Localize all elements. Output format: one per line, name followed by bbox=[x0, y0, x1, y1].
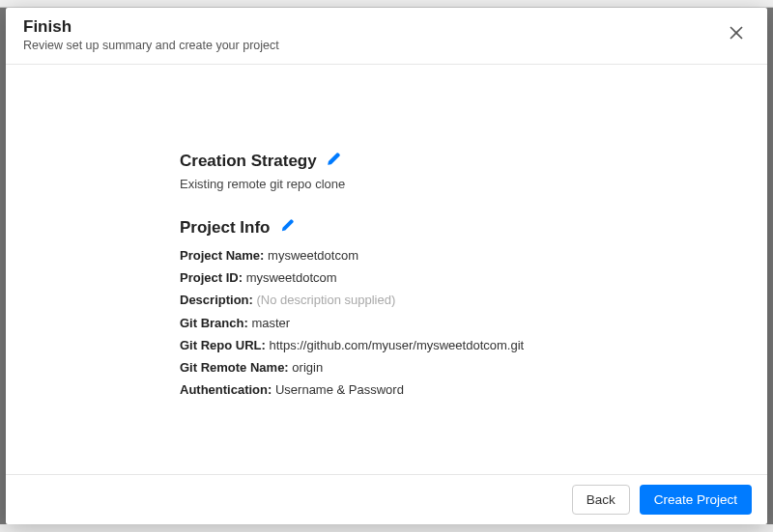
project-info-row: Authentication: Username & Password bbox=[180, 379, 729, 402]
project-info-value: mysweetdotcom bbox=[268, 248, 358, 263]
background-bottom-strip bbox=[0, 524, 773, 532]
create-project-button[interactable]: Create Project bbox=[640, 485, 752, 515]
project-info-value: https://github.com/myuser/mysweetdotcom.… bbox=[269, 338, 524, 352]
creation-strategy-heading-row: Creation Strategy bbox=[180, 152, 729, 171]
project-info-row: Project ID: mysweetdotcom bbox=[180, 267, 729, 290]
project-info-row: Project Name: mysweetdotcom bbox=[180, 245, 729, 267]
modal-header: Finish Review set up summary and create … bbox=[6, 8, 767, 65]
creation-strategy-heading: Creation Strategy bbox=[180, 152, 317, 171]
background-top-strip bbox=[0, 0, 773, 8]
creation-strategy-value: Existing remote git repo clone bbox=[180, 177, 729, 191]
project-info-row: Git Repo URL: https://github.com/myuser/… bbox=[180, 335, 729, 357]
project-info-label: Git Branch: bbox=[180, 316, 248, 330]
project-info-value: master bbox=[251, 316, 290, 330]
project-info-label: Project Name: bbox=[180, 248, 264, 263]
modal-body: Creation Strategy Existing remote git re… bbox=[6, 65, 767, 474]
project-info-label: Project ID: bbox=[180, 270, 243, 285]
finish-modal: Finish Review set up summary and create … bbox=[6, 8, 767, 524]
project-info-label: Description: bbox=[180, 293, 253, 307]
modal-footer: Back Create Project bbox=[6, 474, 767, 524]
project-info-value: mysweetdotcom bbox=[246, 270, 337, 285]
close-button[interactable] bbox=[723, 21, 750, 48]
pencil-icon bbox=[327, 152, 341, 171]
project-info-row: Description: (No description supplied) bbox=[180, 290, 729, 312]
modal-title: Finish bbox=[23, 17, 279, 37]
project-info-heading-row: Project Info bbox=[180, 218, 729, 238]
modal-subtitle: Review set up summary and create your pr… bbox=[23, 39, 279, 52]
project-info-label: Git Repo URL: bbox=[180, 338, 266, 352]
project-info-value: origin bbox=[292, 360, 323, 375]
project-info-label: Authentication: bbox=[180, 382, 272, 397]
close-icon bbox=[729, 25, 744, 44]
project-info-value: Username & Password bbox=[275, 382, 404, 397]
project-info-label: Git Remote Name: bbox=[180, 360, 289, 375]
project-info-value: (No description supplied) bbox=[256, 293, 395, 307]
edit-creation-strategy-button[interactable] bbox=[327, 152, 341, 171]
project-info-row: Git Branch: master bbox=[180, 313, 729, 335]
modal-header-text: Finish Review set up summary and create … bbox=[23, 17, 279, 52]
project-info-row: Git Remote Name: origin bbox=[180, 357, 729, 379]
edit-project-info-button[interactable] bbox=[280, 218, 295, 238]
pencil-icon bbox=[280, 218, 295, 238]
back-button[interactable]: Back bbox=[572, 485, 630, 515]
project-info-heading: Project Info bbox=[180, 218, 271, 238]
project-info-list: Project Name: mysweetdotcomProject ID: m… bbox=[180, 245, 729, 402]
